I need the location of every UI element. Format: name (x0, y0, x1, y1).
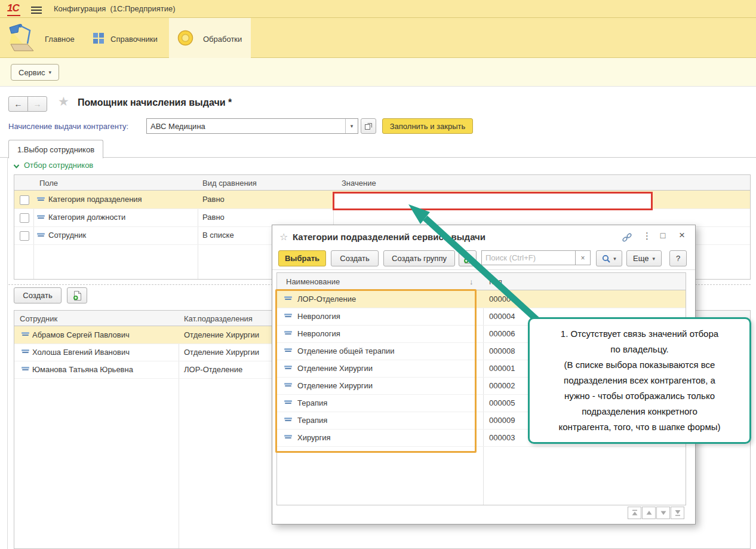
new-document-plus-icon (73, 291, 82, 300)
go-previous-button[interactable] (642, 507, 656, 519)
favorite-star-icon[interactable]: ★ (58, 94, 69, 109)
window-titlebar: 1С Конфигурация (1С:Предприятие) (0, 0, 756, 18)
code-cell: 000006 (489, 329, 515, 338)
app-screen: 1С Конфигурация (1С:Предприятие) Главное… (0, 0, 756, 549)
employee-name-cell: Холоша Евгений Иванович (32, 348, 130, 357)
dialog-create-new-item-button[interactable] (459, 250, 477, 266)
collapse-chevron-icon[interactable] (13, 164, 20, 169)
code-cell: 000008 (489, 346, 515, 355)
column-header-comparison[interactable]: Вид сравнения (202, 179, 257, 188)
ribbon: Главное Справочники Обработки (0, 18, 756, 58)
code-cell: 000005 (489, 398, 515, 407)
more-label: Еще (633, 254, 649, 263)
filter-checkbox[interactable] (20, 213, 29, 223)
contractor-dropdown-button[interactable]: ▾ (345, 119, 358, 133)
filter-checkbox[interactable] (20, 195, 29, 205)
filter-field-cell: Сотрудник (48, 231, 86, 240)
back-button[interactable]: ← (8, 96, 28, 112)
chevron-down-icon: ▾ (49, 69, 52, 75)
column-header-field[interactable]: Поле (39, 179, 58, 188)
list-item-icon (21, 367, 29, 372)
search-clear-button[interactable]: × (575, 250, 591, 265)
open-value-button[interactable] (361, 118, 376, 134)
employee-name-cell: Абрамов Сергей Павлович (32, 330, 130, 339)
close-icon[interactable]: × (677, 229, 687, 241)
go-first-button[interactable] (628, 507, 641, 519)
list-item-icon (21, 332, 29, 338)
filter-item-icon (37, 197, 45, 203)
ribbon-item-main[interactable]: Главное (45, 35, 75, 44)
column-header-code[interactable]: Код (489, 277, 502, 286)
ribbon-item-processing[interactable]: Обработки (203, 35, 242, 44)
highlight-orange-box (275, 289, 477, 453)
open-form-icon (364, 122, 373, 130)
arrow-up-icon (646, 510, 653, 516)
column-header-name[interactable]: Наименование (286, 277, 340, 286)
main-menu-icon[interactable] (31, 5, 42, 16)
search-options-button[interactable]: ▾ (596, 250, 622, 266)
more-button[interactable]: Еще ▾ (626, 250, 662, 266)
help-button[interactable]: ? (669, 250, 687, 266)
create-group-button[interactable]: Создать группу (383, 250, 455, 266)
code-cell: 000002 (489, 381, 515, 390)
filter-comparison-cell: Равно (202, 195, 225, 204)
group-title-filter[interactable]: Отбор сотрудников (24, 161, 93, 170)
1c-logo-icon: 1С (7, 2, 20, 16)
service-bar: Сервис ▾ (0, 58, 756, 87)
go-first-icon (631, 510, 638, 516)
forward-button[interactable]: → (27, 96, 47, 112)
contractor-input-group: ▾ (146, 118, 358, 134)
employee-category-cell: ЛОР-Отделение (184, 365, 242, 374)
tab-employee-selection[interactable]: 1.Выбор сотрудников (8, 140, 103, 158)
contractor-input[interactable] (147, 119, 345, 133)
search-icon (602, 254, 610, 263)
list-item-icon (21, 349, 29, 355)
maximize-icon[interactable]: □ (658, 231, 668, 240)
grid-icon (93, 33, 104, 44)
link-icon[interactable] (622, 233, 632, 243)
filter-checkbox[interactable] (20, 231, 29, 241)
page-title: Помощник начисления выдачи * (78, 97, 232, 108)
search-input-group (481, 250, 576, 265)
contractor-field-label: Начисление выдачи контрагенту: (8, 122, 128, 131)
more-menu-dots-icon[interactable]: ⋮ (643, 231, 651, 241)
create-new-item-button[interactable] (67, 287, 87, 303)
sort-descending-icon[interactable]: ↓ (469, 277, 474, 286)
employee-category-cell: Отделение Хирургии (184, 330, 259, 339)
create-button[interactable]: Создать (14, 287, 62, 303)
code-cell: 000009 (489, 416, 515, 425)
filter-comparison-cell: В списке (202, 231, 234, 240)
filter-comparison-cell: Равно (202, 213, 225, 222)
annotation-note: 1. Отсутствует связь значений отбора по … (528, 317, 751, 444)
dialog-favorite-star-icon[interactable]: ☆ (279, 231, 288, 243)
chevron-down-icon: ▾ (351, 123, 354, 129)
code-cell: 000001 (489, 364, 515, 373)
panel-left-border (7, 157, 8, 549)
new-document-plus-icon (463, 254, 472, 263)
ribbon-item-catalogs[interactable]: Справочники (110, 35, 158, 44)
highlight-red-box (333, 192, 653, 210)
service-menu-button[interactable]: Сервис ▾ (11, 64, 59, 81)
coin-icon (177, 30, 193, 46)
go-next-button[interactable] (656, 507, 670, 519)
column-header-department-category[interactable]: Кат.подразделения (184, 314, 253, 323)
go-last-icon (674, 510, 681, 516)
filter-item-icon (37, 215, 45, 220)
chevron-down-icon: ▾ (613, 256, 616, 262)
categories-list-header: Наименование ↓ Код (277, 273, 686, 290)
column-header-employee[interactable]: Сотрудник (20, 314, 57, 323)
employee-name-cell: Юманова Татьяна Юрьевна (32, 365, 133, 374)
filter-item-icon (37, 233, 45, 238)
select-button[interactable]: Выбрать (278, 250, 326, 266)
code-cell: 000003 (489, 433, 515, 442)
filter-field-cell: Категория подразделения (48, 195, 142, 204)
column-header-value[interactable]: Значение (342, 179, 376, 188)
filter-table-header: Поле Вид сравнения Значение (14, 175, 750, 191)
employee-category-cell: Отделение Хирургии (184, 348, 259, 357)
desk-lamp-icon (5, 23, 38, 53)
dialog-create-button[interactable]: Создать (331, 250, 379, 266)
code-cell: 000004 (489, 312, 515, 321)
go-last-button[interactable] (671, 507, 684, 519)
dialog-title: Категории подразделений сервиса выдачи (293, 232, 485, 242)
fill-and-close-button[interactable]: Заполнить и закрыть (382, 118, 473, 134)
